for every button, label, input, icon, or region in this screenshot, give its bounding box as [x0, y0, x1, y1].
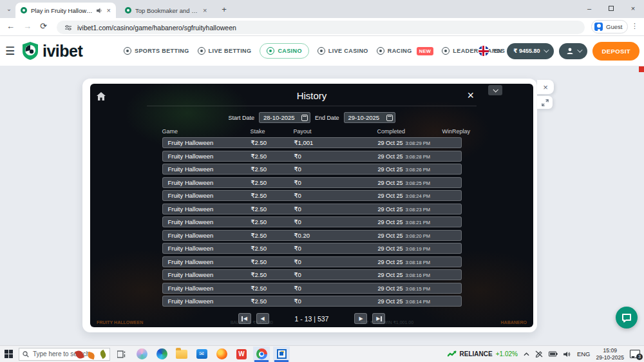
window-minimize-button[interactable]: –	[578, 0, 600, 18]
seasonal-leaves-icon[interactable]	[72, 350, 107, 359]
hamburger-menu-icon[interactable]: ☰	[5, 44, 15, 58]
chat-bubble-icon	[621, 313, 632, 323]
guest-profile-button[interactable]: Guest	[591, 20, 628, 33]
game-fullscreen-button[interactable]	[537, 96, 553, 109]
completed-date: 29 Oct 25	[378, 153, 403, 160]
new-tab-button[interactable]: +	[219, 5, 229, 15]
calendar-icon[interactable]	[386, 115, 393, 121]
completed-time: 3:08:29 PM	[406, 140, 430, 146]
taskbar-edge[interactable]	[153, 347, 170, 362]
nav-racing[interactable]: RACING NEW	[377, 47, 434, 55]
table-row[interactable]: Fruity Halloween₹2.50₹1,00129 Oct 253:08…	[162, 137, 462, 148]
forward-icon[interactable]: →	[23, 21, 32, 31]
language-label[interactable]: EN	[494, 48, 502, 54]
tab-close-icon[interactable]: ×	[107, 6, 111, 14]
cell-game: Fruity Halloween	[163, 205, 251, 213]
table-row[interactable]: Fruity Halloween₹2.50₹029 Oct 253:08:24 …	[162, 190, 462, 201]
calendar-icon[interactable]	[301, 115, 308, 121]
game-menu-chevron[interactable]	[488, 85, 502, 95]
balance-dropdown[interactable]: ₹ 9455.80	[507, 43, 554, 59]
cell-completed: 29 Oct 253:08:18 PM	[378, 258, 443, 265]
deposit-button[interactable]: DEPOSIT	[592, 42, 639, 61]
keyboard-language[interactable]: ENG	[577, 350, 591, 357]
completed-date: 29 Oct 25	[378, 166, 403, 173]
table-row[interactable]: Fruity Halloween₹2.50₹029 Oct 253:08:23 …	[162, 204, 462, 214]
cell-completed: 29 Oct 253:08:19 PM	[378, 245, 443, 252]
address-bar[interactable]: ivibet1.com/casino/game/habanero/sgfruit…	[57, 21, 585, 34]
game-close-button[interactable]: ×	[537, 80, 554, 94]
history-close-icon[interactable]: ×	[467, 90, 474, 101]
nav-live-betting[interactable]: LIVE BETTING	[198, 47, 252, 55]
browser-tab-inactive[interactable]: Top Bookmaker and Casino Onl ×	[120, 3, 215, 18]
history-panel: History × Start Date 28-10-2025 End Date…	[147, 84, 477, 327]
game-balance-text: BALANCE ₹9,455.80	[231, 320, 273, 325]
notification-center-icon[interactable]: 3	[630, 350, 640, 358]
profile-button[interactable]	[559, 43, 587, 59]
table-row[interactable]: Fruity Halloween₹2.50₹029 Oct 253:08:18 …	[162, 256, 462, 267]
taskbar-copilot[interactable]	[133, 347, 150, 362]
taskbar-file-explorer[interactable]	[173, 347, 190, 362]
reload-icon[interactable]: ⟳	[40, 21, 47, 31]
site-logo[interactable]: ivibet	[21, 41, 82, 61]
site-settings-icon[interactable]	[64, 24, 72, 32]
table-row[interactable]: Fruity Halloween₹2.50₹0.2029 Oct 253:08:…	[162, 230, 462, 241]
table-row[interactable]: Fruity Halloween₹2.50₹029 Oct 253:08:25 …	[162, 177, 462, 188]
tab-close-icon[interactable]: ×	[203, 6, 207, 14]
cell-completed: 29 Oct 253:08:26 PM	[378, 166, 443, 173]
cell-stake: ₹2.50	[251, 179, 294, 186]
page-body: × History × Start Date 28-10-2025 End Da…	[0, 66, 644, 345]
browser-tab-active[interactable]: Play in Fruity Halloween wit ×	[15, 3, 116, 18]
completed-date: 29 Oct 25	[378, 245, 403, 252]
taskbar-wps[interactable]: W	[233, 347, 250, 362]
end-date-input[interactable]: 29-10-2025	[344, 112, 395, 123]
task-view-button[interactable]	[113, 347, 130, 362]
cell-payout: ₹0	[294, 205, 378, 213]
taskbar-chrome-active[interactable]	[253, 347, 270, 362]
taskbar-mail[interactable]: ✉	[193, 347, 210, 362]
table-row[interactable]: Fruity Halloween₹2.50₹029 Oct 253:08:26 …	[162, 164, 462, 175]
home-icon[interactable]	[97, 92, 106, 100]
table-row[interactable]: Fruity Halloween₹2.50₹029 Oct 253:08:21 …	[162, 216, 462, 227]
tab-audio-icon[interactable]	[97, 8, 102, 14]
back-icon[interactable]: ←	[6, 21, 15, 31]
browser-toolbar: ← → ⟳ ivibet1.com/casino/game/habanero/s…	[0, 18, 644, 36]
completed-date: 29 Oct 25	[378, 259, 403, 265]
taskbar-blue-app-active[interactable]	[273, 347, 290, 362]
cell-completed: 29 Oct 253:08:24 PM	[378, 192, 443, 199]
table-row[interactable]: Fruity Halloween₹2.50₹029 Oct 253:08:16 …	[162, 269, 462, 280]
browser-menu-icon[interactable]: ⋮	[631, 22, 638, 30]
tray-expand-icon[interactable]	[524, 352, 529, 356]
taskbar-search-input[interactable]: Type here to search	[19, 348, 110, 361]
firefox-icon	[216, 348, 227, 359]
guest-label: Guest	[606, 23, 622, 30]
uk-flag-icon[interactable]	[478, 46, 489, 56]
table-row[interactable]: Fruity Halloween₹2.50₹029 Oct 253:08:28 …	[162, 151, 462, 162]
cell-game: Fruity Halloween	[163, 192, 251, 199]
cell-game: Fruity Halloween	[163, 285, 251, 292]
start-date-input[interactable]: 28-10-2025	[259, 112, 310, 123]
stock-widget[interactable]: RELIANCE +1.02%	[448, 350, 518, 357]
start-button[interactable]	[0, 350, 17, 358]
trophy-icon	[442, 47, 450, 55]
cell-payout: ₹0	[294, 179, 378, 186]
table-row[interactable]: Fruity Halloween₹2.50₹029 Oct 253:08:15 …	[162, 283, 462, 294]
cell-stake: ₹2.50	[251, 139, 294, 146]
window-maximize-button[interactable]	[600, 0, 622, 18]
battery-icon[interactable]	[549, 351, 558, 357]
nav-live-casino[interactable]: LIVE CASINO	[317, 47, 368, 55]
pen-disabled-icon[interactable]	[535, 350, 543, 357]
taskbar-firefox[interactable]	[213, 347, 230, 362]
speaker-icon[interactable]	[564, 351, 571, 357]
tab-search-icon[interactable]: ⌄	[4, 4, 14, 14]
cell-payout: ₹0	[294, 285, 378, 292]
cell-payout: ₹0	[294, 271, 378, 278]
table-row[interactable]: Fruity Halloween₹2.50₹029 Oct 253:08:14 …	[162, 296, 462, 307]
game-provider-text: HABANERO	[501, 320, 527, 325]
window-close-button[interactable]: ×	[622, 0, 644, 18]
nav-sports-betting[interactable]: SPORTS BETTING	[124, 47, 189, 55]
tray-clock[interactable]: 15:09 29-10-2025	[596, 347, 624, 361]
table-row[interactable]: Fruity Halloween₹2.50₹029 Oct 253:08:19 …	[162, 243, 462, 254]
live-chat-button[interactable]	[616, 307, 638, 329]
nav-casino[interactable]: CASINO	[260, 43, 308, 59]
tab-title: Play in Fruity Halloween wit	[31, 7, 93, 14]
